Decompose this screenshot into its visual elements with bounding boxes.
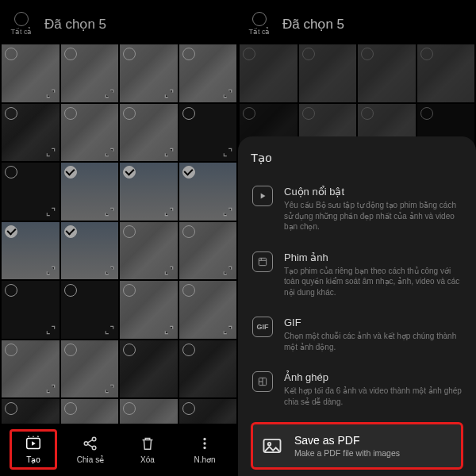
- gif-icon: GIF: [252, 317, 273, 337]
- checkmark-icon: [64, 166, 77, 178]
- thumbnail[interactable]: [2, 281, 60, 339]
- option-subtitle: Tạo phim của riêng bạn theo cách thủ côn…: [284, 266, 462, 298]
- header: Tất cả Đã chọn 5: [238, 0, 476, 43]
- photo-grid: [0, 43, 238, 459]
- create-icon: [25, 435, 42, 452]
- thumbnail[interactable]: [61, 163, 119, 221]
- select-all-button[interactable]: Tất cả: [6, 12, 36, 36]
- sheet-heading: Tạo: [251, 151, 463, 165]
- checkmark-icon: [182, 166, 195, 178]
- trash-icon: [139, 435, 156, 452]
- thumbnail[interactable]: [120, 281, 178, 339]
- thumbnail[interactable]: [61, 44, 119, 102]
- more-icon: [196, 435, 213, 452]
- option-subtitle: Chọn một chuỗi các ảnh và kết hợp chúng …: [284, 331, 462, 352]
- thumbnail[interactable]: [120, 104, 178, 162]
- option-collage[interactable]: Ảnh ghép Kết hợp tối đa 6 ảnh và video t…: [251, 362, 463, 416]
- thumbnail[interactable]: [179, 281, 237, 339]
- option-title: Cuộn nổi bật: [284, 186, 462, 198]
- thumbnail[interactable]: [2, 44, 60, 102]
- checkmark-icon: [64, 225, 77, 238]
- select-all-button[interactable]: Tất cả: [244, 12, 274, 36]
- thumbnail[interactable]: [61, 104, 119, 162]
- select-all-circle-icon: [14, 12, 29, 26]
- more-button[interactable]: N.hơn: [181, 435, 228, 464]
- option-title: Phim ảnh: [284, 251, 462, 263]
- thumbnail[interactable]: [2, 340, 60, 398]
- option-save-as-pdf[interactable]: Save as PDF Make a PDF file with images: [251, 422, 463, 470]
- thumbnail[interactable]: [358, 44, 416, 102]
- svg-point-5: [203, 442, 205, 444]
- image-icon: [261, 435, 283, 457]
- header: Tất cả Đã chọn 5: [0, 0, 238, 43]
- delete-button[interactable]: Xóa: [124, 435, 171, 464]
- checkmark-icon: [123, 166, 136, 178]
- thumbnail[interactable]: [240, 44, 298, 102]
- create-button[interactable]: Tạo: [10, 429, 57, 470]
- more-label: N.hơn: [194, 455, 215, 464]
- film-icon: [252, 251, 273, 272]
- option-title: GIF: [284, 317, 462, 328]
- pdf-title: Save as PDF: [294, 434, 400, 447]
- thumbnail[interactable]: [120, 44, 178, 102]
- thumbnail[interactable]: [61, 222, 119, 280]
- svg-point-6: [203, 446, 205, 448]
- share-icon: [82, 435, 99, 452]
- select-all-circle-icon: [252, 12, 267, 26]
- collage-icon: [252, 371, 273, 392]
- create-label: Tạo: [26, 455, 40, 464]
- create-sheet: Tạo Cuộn nổi bật Yêu cầu Bộ sưu tập tự đ…: [238, 136, 476, 476]
- selection-title: Đã chọn 5: [44, 16, 106, 33]
- thumbnail[interactable]: [61, 281, 119, 339]
- thumbnail[interactable]: [2, 104, 60, 162]
- right-screenshot: Tất cả Đã chọn 5 Tạo Cuộn nổi bật Yêu cầ…: [238, 0, 476, 476]
- option-subtitle: Yêu cầu Bộ sưu tập tự động tạo phim bằng…: [284, 200, 462, 232]
- thumbnail[interactable]: [2, 222, 60, 280]
- checkmark-icon: [5, 225, 17, 238]
- selection-title: Đã chọn 5: [282, 16, 344, 33]
- thumbnail[interactable]: [179, 222, 237, 280]
- bottom-bar: Tạo Chia sẻ Xóa N.hơn: [0, 424, 238, 476]
- option-highlight-reel[interactable]: Cuộn nổi bật Yêu cầu Bộ sưu tập tự động …: [251, 176, 463, 242]
- thumbnail[interactable]: [61, 340, 119, 398]
- pdf-subtitle: Make a PDF file with images: [294, 448, 400, 458]
- thumbnail[interactable]: [179, 44, 237, 102]
- share-button[interactable]: Chia sẻ: [67, 435, 114, 464]
- thumbnail[interactable]: [120, 340, 178, 398]
- option-title: Ảnh ghép: [284, 371, 462, 383]
- option-movie[interactable]: Phim ảnh Tạo phim của riêng bạn theo các…: [251, 242, 463, 308]
- left-screenshot: Tất cả Đã chọn 5: [0, 0, 238, 476]
- thumbnail[interactable]: [179, 163, 237, 221]
- thumbnail[interactable]: [120, 163, 178, 221]
- thumbnail[interactable]: [120, 222, 178, 280]
- delete-label: Xóa: [140, 455, 155, 464]
- option-gif[interactable]: GIF GIF Chọn một chuỗi các ảnh và kết hợ…: [251, 307, 463, 362]
- svg-rect-7: [259, 258, 266, 265]
- thumbnail[interactable]: [2, 163, 60, 221]
- share-label: Chia sẻ: [77, 455, 104, 464]
- svg-point-10: [268, 443, 271, 446]
- select-all-label: Tất cả: [249, 28, 271, 36]
- play-icon: [252, 186, 273, 206]
- thumbnail[interactable]: [179, 104, 237, 162]
- option-subtitle: Kết hợp tối đa 6 ảnh và video thành một …: [284, 386, 462, 407]
- thumbnail[interactable]: [179, 340, 237, 398]
- thumbnail[interactable]: [417, 44, 475, 102]
- select-all-label: Tất cả: [11, 28, 33, 36]
- svg-point-4: [203, 437, 205, 440]
- thumbnail[interactable]: [299, 44, 357, 102]
